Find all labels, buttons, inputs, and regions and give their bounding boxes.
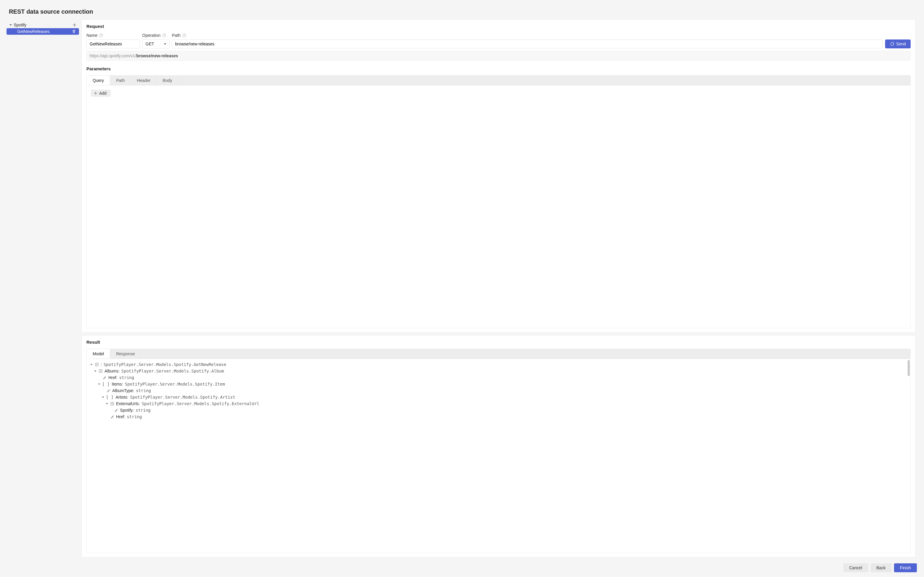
help-icon[interactable]: ? xyxy=(182,34,186,37)
send-label: Send xyxy=(896,42,906,46)
chevron-down-icon xyxy=(98,384,100,385)
operation-select[interactable]: GET xyxy=(142,39,169,48)
help-icon[interactable]: ? xyxy=(99,34,103,37)
dialog-title: REST data source connection xyxy=(1,1,923,19)
node-type: string xyxy=(119,375,134,380)
array-icon: [ ] xyxy=(106,395,113,400)
request-panel: Request Name ? Operation ? xyxy=(81,19,916,333)
node-type: SpotifyPlayer.Server.Models.Spotify.Arti… xyxy=(130,395,235,400)
node-type: SpotifyPlayer.Server.Models.Spotify.Exte… xyxy=(142,401,259,406)
sidebar-root-item[interactable]: Spotify xyxy=(6,22,79,28)
tab-path[interactable]: Path xyxy=(110,76,131,85)
tree-node[interactable]: Albums: SpotifyPlayer.Server.Models.Spot… xyxy=(89,368,909,374)
object-icon xyxy=(94,363,99,367)
add-endpoint-icon[interactable] xyxy=(73,23,77,27)
path-input[interactable] xyxy=(172,39,883,48)
sidebar-root-label: Spotify xyxy=(14,23,26,27)
node-label: Items: xyxy=(112,382,123,387)
request-section-title: Request xyxy=(86,24,911,29)
operation-value: GET xyxy=(145,42,154,46)
scrollbar-thumb[interactable] xyxy=(908,360,910,376)
operation-label: Operation ? xyxy=(142,33,169,38)
sidebar: Spotify GetNewReleases xyxy=(2,19,79,558)
tree-node[interactable]: [ ]Items: SpotifyPlayer.Server.Models.Sp… xyxy=(89,381,909,387)
node-type: string xyxy=(136,388,151,393)
node-label: AlbumType: xyxy=(112,388,134,393)
chevron-down-icon xyxy=(164,44,166,45)
cancel-button[interactable]: Cancel xyxy=(843,563,868,572)
tab-response[interactable]: Response xyxy=(110,349,141,359)
sidebar-endpoint-item[interactable]: GetNewReleases xyxy=(6,28,79,35)
tree-node[interactable]: : SpotifyPlayer.Server.Models.Spotify.Ge… xyxy=(89,361,909,368)
tab-query[interactable]: Query xyxy=(87,76,110,85)
result-tabs: Model Response xyxy=(86,349,911,359)
node-label: : xyxy=(101,362,102,367)
path-label: Path ? xyxy=(172,33,883,38)
chevron-down-icon xyxy=(102,396,104,398)
tree-node[interactable]: Href: string xyxy=(89,374,909,381)
tab-body[interactable]: Body xyxy=(157,76,179,85)
object-icon xyxy=(110,401,114,406)
footer: Cancel Back Finish xyxy=(1,558,923,576)
tree-node[interactable]: Href: string xyxy=(89,413,909,420)
sidebar-endpoint-label: GetNewReleases xyxy=(17,29,50,34)
property-icon xyxy=(106,388,110,393)
delete-endpoint-icon[interactable] xyxy=(72,29,76,34)
tree-node[interactable]: Spotify: string xyxy=(89,407,909,413)
property-icon xyxy=(110,415,114,419)
help-icon[interactable]: ? xyxy=(162,34,166,37)
result-section-title: Result xyxy=(86,340,911,345)
object-icon xyxy=(98,369,103,373)
content-row: Spotify GetNewReleases Request xyxy=(1,19,923,558)
node-type: string xyxy=(127,414,142,419)
node-label: Href: xyxy=(116,414,125,419)
send-icon xyxy=(890,42,894,46)
array-icon: [ ] xyxy=(102,382,110,387)
dialog: REST data source connection Spotify GetN… xyxy=(1,1,923,576)
chevron-down-icon xyxy=(90,364,93,365)
name-input[interactable] xyxy=(86,39,140,48)
main: Request Name ? Operation ? xyxy=(81,19,922,558)
property-icon xyxy=(114,408,118,413)
node-label: ExternalUrls: xyxy=(116,401,140,406)
add-parameter-button[interactable]: Add xyxy=(91,90,111,97)
send-button[interactable]: Send xyxy=(885,39,911,48)
tree-node[interactable]: [ ]Artists: SpotifyPlayer.Server.Models.… xyxy=(89,394,909,400)
name-label: Name ? xyxy=(86,33,140,38)
parameters-section-title: Parameters xyxy=(86,66,911,71)
request-row: Name ? Operation ? GET xyxy=(86,33,911,48)
chevron-down-icon xyxy=(10,24,12,26)
chevron-down-icon xyxy=(106,403,108,405)
url-preview: https://api.spotify.com/v1/browse/new-re… xyxy=(86,51,911,61)
node-label: Artists: xyxy=(116,395,128,400)
chevron-down-icon xyxy=(94,371,97,372)
parameters-tabs: Query Path Header Body xyxy=(86,76,911,85)
tree-node[interactable]: AlbumType: string xyxy=(89,387,909,394)
tab-model[interactable]: Model xyxy=(87,349,110,359)
parameters-body: Add xyxy=(86,85,911,328)
node-label: Href: xyxy=(108,375,117,380)
node-label: Albums: xyxy=(105,369,120,373)
node-type: SpotifyPlayer.Server.Models.Spotify.Albu… xyxy=(121,369,224,373)
node-label: Spotify: xyxy=(120,408,134,413)
add-label: Add xyxy=(99,91,106,95)
property-icon xyxy=(102,376,106,380)
tab-header[interactable]: Header xyxy=(131,76,157,85)
result-panel: Result Model Response : SpotifyPlayer.Se… xyxy=(81,335,916,558)
node-type: string xyxy=(136,408,151,413)
model-tree[interactable]: : SpotifyPlayer.Server.Models.Spotify.Ge… xyxy=(86,359,911,553)
tree-node[interactable]: ExternalUrls: SpotifyPlayer.Server.Model… xyxy=(89,400,909,407)
node-type: SpotifyPlayer.Server.Models.Spotify.GetN… xyxy=(104,362,226,367)
node-type: SpotifyPlayer.Server.Models.Spotify.Item xyxy=(125,382,225,387)
finish-button[interactable]: Finish xyxy=(894,563,917,572)
back-button[interactable]: Back xyxy=(871,563,892,572)
